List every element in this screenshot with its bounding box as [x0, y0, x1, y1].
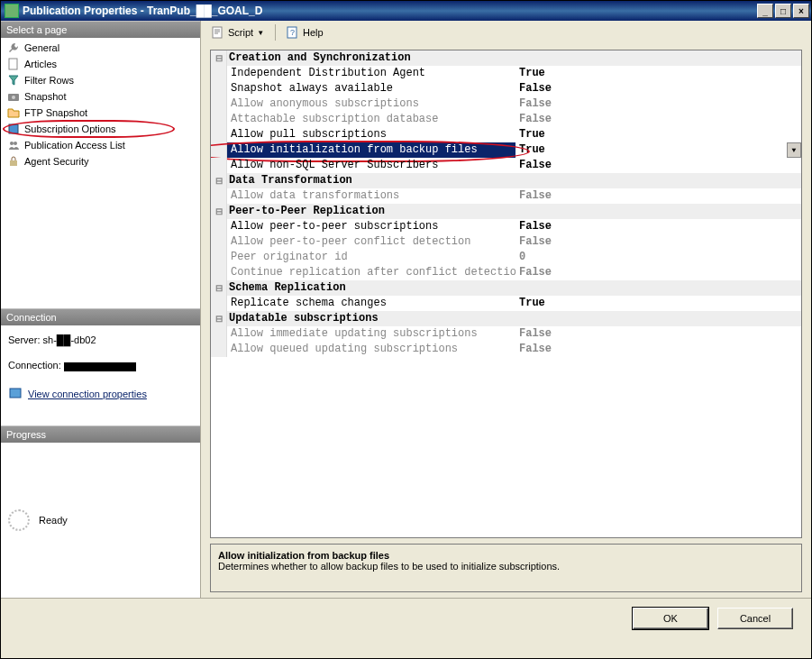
book-icon [6, 122, 21, 136]
svg-rect-7 [10, 389, 21, 398]
property-row[interactable]: Continue replication after conflict dete… [211, 265, 801, 280]
sidebar-item-label: Articles [24, 59, 57, 69]
sidebar-item-general[interactable]: General [1, 40, 200, 56]
property-value[interactable]: False [515, 112, 801, 127]
svg-point-4 [10, 142, 14, 145]
svg-rect-0 [9, 59, 17, 69]
dialog-footer: OK Cancel [1, 598, 811, 637]
property-value[interactable]: True [515, 66, 801, 81]
property-row[interactable]: Allow immediate updating subscriptionsFa… [211, 326, 801, 342]
property-value[interactable]: False [515, 265, 801, 280]
property-label: Peer originator id [227, 250, 515, 265]
property-label: Replicate schema changes [227, 296, 515, 311]
property-label: Allow data transformations [227, 188, 515, 204]
category-header[interactable]: ⊟Schema Replication [211, 280, 801, 296]
view-connection-properties-link[interactable]: View connection properties [28, 389, 147, 399]
property-row[interactable]: Attachable subscription databaseFalse [211, 112, 801, 127]
property-row[interactable]: Allow pull subscriptionsTrue [211, 127, 801, 142]
script-button[interactable]: Script ▼ [208, 24, 268, 41]
svg-rect-8 [213, 27, 222, 38]
window-titlebar: Publication Properties - TranPub_██_GOAL… [1, 1, 811, 21]
property-label: Allow immediate updating subscriptions [227, 326, 515, 342]
property-label: Independent Distribution Agent [227, 66, 515, 81]
folder-icon [6, 105, 21, 120]
sidebar-item-snapshot[interactable]: Snapshot [1, 88, 200, 105]
sidebar-item-articles[interactable]: Articles [1, 56, 200, 72]
page-nav-list: GeneralArticlesFilter RowsSnapshotFTP Sn… [1, 38, 200, 171]
sidebar: Select a page GeneralArticlesFilter Rows… [1, 21, 201, 598]
dropdown-button[interactable]: ▼ [787, 142, 801, 158]
property-row[interactable]: Allow data transformationsFalse [211, 188, 801, 204]
category-header[interactable]: ⊟Data Transformation [211, 173, 801, 188]
camera-icon [6, 89, 21, 104]
property-row[interactable]: Snapshot always availableFalse [211, 81, 801, 96]
category-label: Updatable subscriptions [227, 311, 515, 326]
property-grid: ⊟Creation and SynchronizationIndependent… [210, 50, 802, 538]
sidebar-item-agent-security[interactable]: Agent Security [1, 153, 200, 169]
property-label: Allow peer-to-peer subscriptions [227, 219, 515, 234]
server-label: Server: [8, 334, 40, 345]
sidebar-item-filter-rows[interactable]: Filter Rows [1, 72, 200, 88]
property-row[interactable]: Allow queued updating subscriptionsFalse [211, 342, 801, 357]
category-header[interactable]: ⊟Creation and Synchronization [211, 50, 801, 66]
property-row[interactable]: Allow non-SQL Server SubscribersFalse [211, 158, 801, 173]
property-row[interactable]: Independent Distribution AgentTrue [211, 66, 801, 81]
svg-rect-6 [10, 160, 17, 166]
property-label: Continue replication after conflict dete… [227, 265, 515, 280]
property-label: Allow queued updating subscriptions [227, 342, 515, 357]
collapse-icon[interactable]: ⊟ [211, 50, 227, 66]
property-value[interactable]: True [515, 296, 801, 311]
ok-button[interactable]: OK [633, 608, 708, 629]
property-row[interactable]: Allow initialization from backup filesTr… [211, 142, 801, 158]
app-icon [5, 4, 19, 18]
sidebar-item-label: Snapshot [24, 91, 66, 102]
sidebar-item-subscription-options[interactable]: Subscription Options [1, 121, 200, 137]
property-value[interactable]: True▼ [515, 142, 801, 158]
progress-status: Ready [39, 515, 68, 526]
sidebar-item-label: Subscription Options [24, 124, 116, 134]
property-label: Allow peer-to-peer conflict detection [227, 234, 515, 250]
collapse-icon[interactable]: ⊟ [211, 173, 227, 188]
sidebar-item-ftp-snapshot[interactable]: FTP Snapshot [1, 105, 200, 121]
connection-header: Connection [1, 308, 200, 325]
property-value[interactable]: False [515, 219, 801, 234]
collapse-icon[interactable]: ⊟ [211, 204, 227, 219]
minimize-button[interactable]: _ [757, 4, 773, 18]
property-value[interactable]: 0 [515, 250, 801, 265]
filter-icon [6, 73, 21, 87]
sidebar-item-publication-access-list[interactable]: Publication Access List [1, 137, 200, 153]
property-value[interactable]: False [515, 81, 801, 96]
property-value[interactable]: False [515, 234, 801, 250]
property-value[interactable]: True [515, 127, 801, 142]
help-button[interactable]: ? Help [283, 24, 327, 41]
chevron-down-icon: ▼ [257, 29, 264, 37]
property-row[interactable]: Allow peer-to-peer subscriptionsFalse [211, 219, 801, 234]
connection-panel: Server: sh-██-db02 Connection: View conn… [1, 325, 200, 425]
property-value[interactable]: False [515, 326, 801, 342]
connection-label: Connection: [8, 360, 61, 371]
property-value[interactable]: False [515, 188, 801, 204]
maximize-button[interactable]: □ [775, 4, 791, 18]
lock-icon [6, 154, 21, 169]
select-page-header: Select a page [1, 21, 200, 38]
page-icon [6, 57, 21, 71]
property-label: Allow non-SQL Server Subscribers [227, 158, 515, 173]
property-row[interactable]: Peer originator id0 [211, 250, 801, 265]
close-button[interactable]: × [793, 4, 809, 18]
property-row[interactable]: Allow anonymous subscriptionsFalse [211, 96, 801, 112]
connection-value [64, 362, 136, 371]
cancel-button[interactable]: Cancel [717, 608, 793, 629]
users-icon [6, 138, 21, 152]
collapse-icon[interactable]: ⊟ [211, 280, 227, 296]
property-value[interactable]: False [515, 96, 801, 112]
toolbar-separator [275, 24, 276, 41]
property-value[interactable]: False [515, 158, 801, 173]
category-header[interactable]: ⊟Updatable subscriptions [211, 311, 801, 326]
property-row[interactable]: Replicate schema changesTrue [211, 296, 801, 311]
property-value[interactable]: False [515, 342, 801, 357]
property-label: Allow initialization from backup files [227, 142, 515, 158]
collapse-icon[interactable]: ⊟ [211, 311, 227, 326]
sidebar-item-label: Filter Rows [24, 75, 74, 86]
category-header[interactable]: ⊟Peer-to-Peer Replication [211, 204, 801, 219]
property-row[interactable]: Allow peer-to-peer conflict detectionFal… [211, 234, 801, 250]
